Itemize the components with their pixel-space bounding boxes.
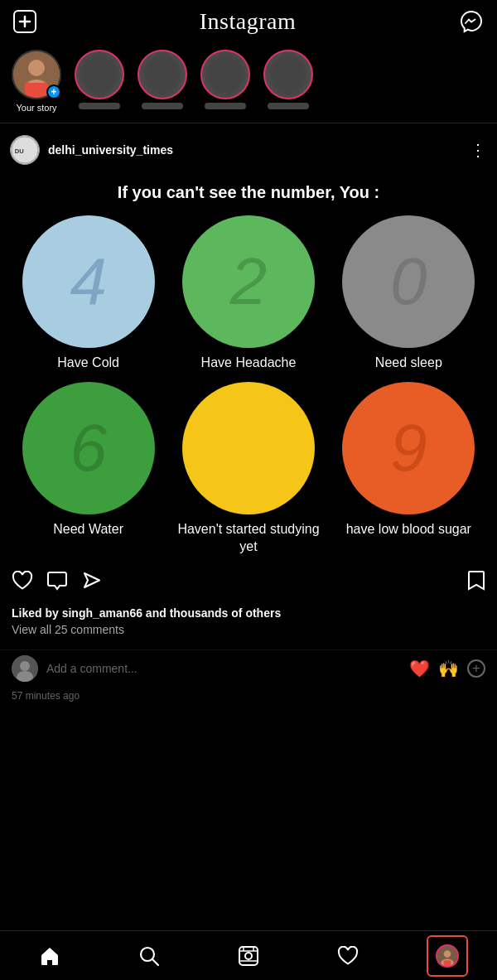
svg-rect-5 [25,83,48,98]
nav-search[interactable] [128,935,170,977]
circle-label-headache: Have Headache [201,355,297,372]
comment-button[interactable] [46,571,68,596]
story-label-2 [142,103,183,109]
story-avatar-1 [75,50,124,99]
circles-grid: 4 Have Cold 2 Have Headache 0 Need sleep… [8,215,489,555]
app-title: Instagram [200,8,296,35]
story-item-1[interactable] [73,50,126,109]
profile-nav-avatar [436,944,459,968]
circle-label-sugar: have low blood sugar [346,521,471,538]
story-item-4[interactable] [262,50,315,109]
top-bar: Instagram [0,0,497,43]
comment-input[interactable]: Add a comment... [46,662,401,675]
heart-emoji-button[interactable]: ❤️ [409,659,430,678]
post-image-content: If you can't see the number, You : 4 Hav… [0,173,497,562]
your-story-avatar-wrap: + [12,50,61,99]
add-story-button[interactable]: + [46,84,61,99]
more-emoji-button[interactable]: + [467,659,485,678]
circle-item-cold: 4 Have Cold [12,215,165,372]
new-post-button[interactable] [13,10,36,33]
your-story-item[interactable]: + Your story [10,50,63,113]
liked-by: Liked by singh_aman66 and thousands of o… [12,606,485,620]
liked-by-user[interactable]: singh_aman66 [62,606,142,620]
circle-orange: 9 [342,382,475,514]
circle-number-sugar: 9 [390,410,427,486]
story-item-2[interactable] [136,50,189,109]
circle-number-water: 6 [70,410,107,486]
comment-avatar [12,655,38,682]
circle-label-study: Haven't started studying yet [171,521,325,556]
svg-text:DU: DU [15,147,24,155]
comment-icons: ❤️ 🙌 + [409,659,485,678]
bookmark-button[interactable] [467,570,485,596]
liked-by-suffix: and [142,606,170,620]
post-username[interactable]: delhi_university_times [48,143,470,157]
circle-number-sleep: 0 [390,244,427,320]
circle-label-water: Need Water [53,521,123,538]
story-item-3[interactable] [199,50,252,109]
view-comments-link[interactable]: View all 25 comments [12,623,485,636]
circle-gray: 0 [342,215,475,348]
circle-number-headache: 2 [230,244,268,320]
messenger-button[interactable] [459,9,484,34]
circle-dark-green: 6 [22,382,155,514]
nav-profile[interactable] [427,935,468,977]
nav-heart[interactable] [327,935,369,977]
svg-rect-14 [239,947,258,965]
bottom-nav [0,930,497,980]
your-story-label: Your story [10,103,63,113]
circle-item-headache: 2 Have Headache [171,215,325,372]
circle-label-sleep: Need sleep [375,355,442,372]
post: DU delhi_university_times ⋮ If you can't… [0,127,497,710]
post-info: Liked by singh_aman66 and thousands of o… [0,605,497,649]
svg-line-13 [152,959,158,965]
story-label-1 [79,103,120,109]
circle-green: 2 [182,215,315,348]
story-label-4 [268,103,309,109]
svg-point-3 [28,60,45,76]
circle-item-sugar: 9 have low blood sugar [332,382,485,556]
post-timestamp: 57 minutes ago [0,687,497,710]
circle-blue: 4 [22,215,155,348]
svg-point-10 [20,661,30,671]
story-avatar-4 [263,50,313,99]
nav-reels[interactable] [228,935,269,977]
comment-area: Add a comment... ❤️ 🙌 + [0,649,497,687]
hands-emoji-button[interactable]: 🙌 [438,659,459,678]
post-header: DU delhi_university_times ⋮ [0,127,497,173]
nav-home[interactable] [29,935,70,977]
story-avatar-3 [200,50,250,99]
post-avatar: DU [10,135,40,165]
story-avatar-2 [138,50,187,99]
liked-by-rest: thousands of others [170,606,282,620]
story-label-3 [205,103,246,109]
circle-item-study: Haven't started studying yet [171,382,325,556]
svg-point-21 [444,950,451,958]
circle-label-cold: Have Cold [57,355,119,372]
stories-section: + Your story [0,43,497,119]
circle-yellow [182,382,315,514]
like-button[interactable] [12,571,33,596]
divider-1 [0,123,497,123]
svg-rect-23 [444,960,451,966]
post-more-button[interactable]: ⋮ [470,140,487,160]
circle-number-cold: 4 [70,244,107,320]
post-actions [0,562,497,605]
svg-point-15 [245,953,252,959]
liked-by-prefix: Liked by [12,606,62,620]
action-icons-left [12,571,467,596]
circle-item-sleep: 0 Need sleep [332,215,485,372]
circle-item-water: 6 Need Water [12,382,165,556]
share-button[interactable] [81,571,103,596]
post-image-title: If you can't see the number, You : [8,183,489,202]
